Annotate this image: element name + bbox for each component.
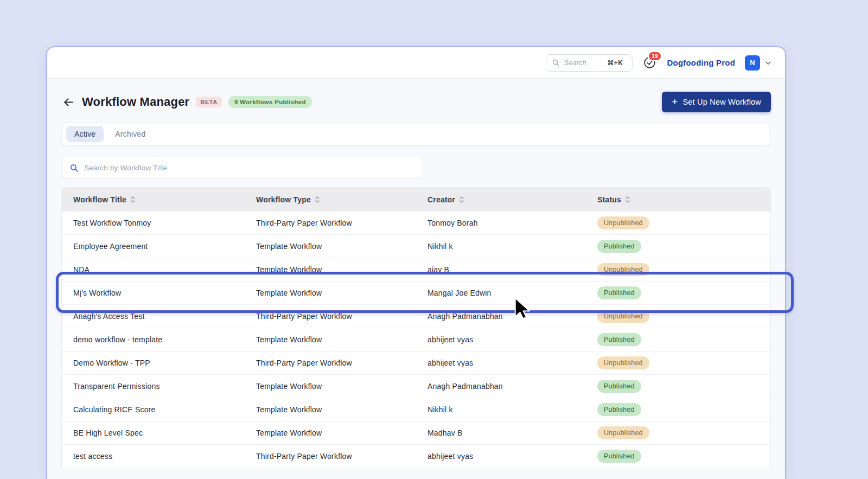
tab-active[interactable]: Active	[66, 126, 104, 142]
status-badge: Published	[597, 450, 641, 463]
table-row[interactable]: Anagh's Access Test Third-Party Paper Wo…	[62, 304, 770, 328]
topbar: ⌘+K 19 Dogfooding Prod N	[47, 47, 785, 79]
workflow-title-cell: Calculating RICE Score	[62, 398, 245, 421]
chevron-down-icon[interactable]	[764, 59, 772, 67]
creator-cell: Anagh Padmanabhan	[416, 375, 586, 398]
search-icon	[69, 163, 79, 173]
table-row[interactable]: Test Workflow Tonmoy Third-Party Paper W…	[62, 211, 770, 234]
workflow-type-cell: Third-Party Paper Workflow	[245, 305, 416, 328]
page-header: Workflow Manager BETA 9 Workflows Publis…	[47, 79, 785, 122]
column-header-workflow-title[interactable]: Workflow Title	[62, 188, 245, 211]
creator-cell: abhijeet vyas	[416, 445, 586, 468]
status-badge: Unpublished	[597, 356, 649, 369]
sort-icon[interactable]	[130, 196, 136, 203]
workflow-type-cell: Template Workflow	[245, 282, 416, 304]
org-name[interactable]: Dogfooding Prod	[667, 58, 735, 67]
creator-cell: Madhav B	[416, 421, 586, 444]
table-row[interactable]: Demo Workflow - TPP Third-Party Paper Wo…	[62, 351, 770, 374]
column-header-creator[interactable]: Creator	[416, 188, 586, 211]
global-search-input[interactable]	[564, 59, 603, 67]
column-header-status[interactable]: Status	[586, 188, 770, 211]
workflow-type-cell: Template Workflow	[245, 398, 416, 421]
workflow-table: Workflow Title Workflow Type Creator Sta…	[61, 187, 771, 468]
workflow-type-cell: Third-Party Paper Workflow	[245, 352, 416, 374]
creator-cell: Nikhil k	[416, 398, 586, 421]
creator-cell: abhijeet vyas	[416, 328, 586, 351]
avatar[interactable]: N	[745, 55, 760, 71]
workflow-title-cell: Demo Workflow - TPP	[62, 352, 245, 374]
column-header-workflow-type[interactable]: Workflow Type	[245, 188, 416, 211]
table-row[interactable]: test access Third-Party Paper Workflow a…	[62, 444, 770, 468]
workflow-title-cell: Mj's Workflow	[62, 282, 245, 304]
workflow-type-cell: Third-Party Paper Workflow	[245, 212, 416, 234]
workflow-title-cell: demo workflow - template	[62, 328, 245, 351]
creator-cell: Anagh Padmanabhan	[416, 305, 586, 328]
workflow-title-cell: Employee Agreement	[62, 235, 245, 258]
status-badge: Published	[597, 286, 641, 299]
tab-archived[interactable]: Archived	[107, 126, 154, 142]
status-badge: Unpublished	[597, 216, 649, 229]
workflow-title-cell: Anagh's Access Test	[62, 305, 245, 328]
workflow-type-cell: Template Workflow	[245, 235, 416, 258]
creator-cell: abhijeet vyas	[416, 352, 586, 374]
status-badge: Unpublished	[597, 310, 649, 323]
global-search-box[interactable]: ⌘+K	[546, 54, 633, 72]
workflow-search-input[interactable]	[84, 164, 415, 172]
page-title: Workflow Manager	[82, 95, 189, 109]
tabs-bar: Active Archived	[61, 122, 771, 146]
workflow-title-cell: Transparent Permissions	[62, 375, 245, 398]
notification-count-badge: 19	[648, 51, 661, 61]
table-header: Workflow Title Workflow Type Creator Sta…	[62, 188, 770, 211]
workflow-title-cell: Test Workflow Tonmoy	[62, 212, 245, 234]
status-badge: Unpublished	[597, 263, 649, 276]
account-menu[interactable]: N	[745, 55, 772, 71]
sort-icon[interactable]	[625, 196, 630, 203]
status-badge: Unpublished	[597, 426, 649, 439]
workflow-type-cell: Template Workflow	[245, 421, 416, 444]
search-shortcut-hint: ⌘+K	[608, 59, 623, 67]
creator-cell: Mangal Joe Edwin	[416, 282, 586, 304]
table-row[interactable]: Employee Agreement Template Workflow Nik…	[62, 234, 770, 258]
app-window: ⌘+K 19 Dogfooding Prod N	[46, 46, 786, 479]
status-badge: Published	[597, 240, 641, 253]
screen: ⌘+K 19 Dogfooding Prod N	[0, 0, 868, 479]
table-row-highlighted[interactable]: Mj's Workflow Template Workflow Mangal J…	[62, 281, 770, 304]
status-badge: Published	[597, 380, 641, 393]
workflow-type-cell: Third-Party Paper Workflow	[245, 445, 416, 468]
workflow-title-cell: BE High Level Spec	[62, 421, 245, 444]
table-row[interactable]: Calculating RICE Score Template Workflow…	[62, 398, 770, 421]
creator-cell: Tonmoy Borah	[416, 212, 586, 234]
sort-icon[interactable]	[459, 196, 464, 203]
status-badge: Published	[597, 403, 641, 416]
workflow-search-box[interactable]	[61, 157, 423, 178]
workflows-published-badge: 9 Workflows Published	[228, 96, 312, 108]
beta-badge: BETA	[196, 97, 222, 107]
creator-cell: ajay B	[416, 258, 586, 281]
sort-icon[interactable]	[315, 196, 320, 203]
workflow-title-cell: test access	[62, 445, 245, 468]
search-icon	[552, 59, 560, 67]
plus-icon: +	[672, 98, 678, 106]
status-badge: Published	[597, 333, 641, 346]
table-row[interactable]: demo workflow - template Template Workfl…	[62, 328, 770, 351]
table-row[interactable]: Transparent Permissions Template Workflo…	[62, 374, 770, 398]
tasks-button[interactable]: 19	[642, 55, 658, 71]
creator-cell: Nikhil k	[416, 235, 586, 258]
workflow-type-cell: Template Workflow	[245, 375, 416, 398]
table-row[interactable]: NDA Template Workflow ajay B Unpublished	[62, 258, 770, 281]
workflow-type-cell: Template Workflow	[245, 328, 416, 351]
back-button[interactable]	[61, 95, 75, 109]
workflow-title-cell: NDA	[62, 258, 245, 281]
set-up-new-workflow-button[interactable]: + Set Up New Workflow	[662, 92, 771, 112]
workflow-type-cell: Template Workflow	[245, 258, 416, 281]
table-row[interactable]: BE High Level Spec Template Workflow Mad…	[62, 421, 770, 444]
